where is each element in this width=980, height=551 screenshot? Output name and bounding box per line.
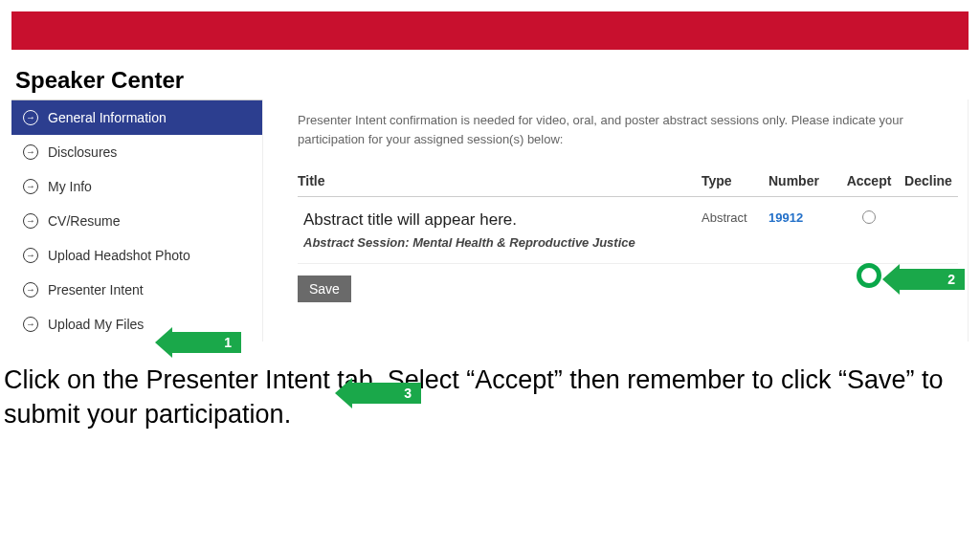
col-title: Title (298, 173, 702, 188)
sidebar-item-label: CV/Resume (48, 213, 120, 229)
page-title: Speaker Center (15, 67, 980, 94)
top-bar (11, 11, 969, 50)
cell-number: 19912 (768, 210, 839, 225)
sidebar-item-label: Disclosures (48, 144, 117, 160)
save-button[interactable]: Save (298, 276, 351, 302)
sidebar-item-label: My Info (48, 179, 92, 194)
sidebar-item-cv-resume[interactable]: → CV/Resume (11, 204, 262, 238)
arrow-right-icon: → (23, 213, 38, 229)
abstract-number-link[interactable]: 19912 (768, 210, 803, 225)
arrow-right-icon: → (23, 317, 38, 332)
cell-accept (839, 210, 899, 227)
sidebar-item-general-information[interactable]: → General Information (11, 100, 262, 135)
arrow-right-icon: → (23, 179, 38, 194)
callout-step-3: 3 (335, 378, 421, 408)
col-accept: Accept (839, 173, 899, 188)
content-panel: Presenter Intent confirmation is needed … (262, 99, 969, 342)
sidebar-item-label: Presenter Intent (48, 282, 144, 298)
table-header: Title Type Number Accept Decline (298, 173, 958, 197)
sidebar-item-my-info[interactable]: → My Info (11, 169, 262, 204)
accept-highlight-ring (857, 263, 881, 288)
arrow-left-icon (882, 264, 900, 295)
col-number: Number (768, 173, 839, 188)
sidebar-item-label: General Information (48, 110, 167, 125)
sidebar-item-label: Upload My Files (48, 317, 144, 332)
col-type: Type (702, 173, 768, 188)
table-row: Abstract title will appear here. Abstrac… (298, 197, 958, 264)
arrow-right-icon: → (23, 248, 38, 263)
callout-label: 3 (352, 383, 421, 404)
sidebar-item-presenter-intent[interactable]: → Presenter Intent (11, 273, 262, 307)
sidebar-item-disclosures[interactable]: → Disclosures (11, 135, 262, 169)
callout-label: 1 (172, 332, 241, 353)
arrow-right-icon: → (23, 110, 38, 125)
session-line: Abstract Session: Mental Health & Reprod… (303, 235, 702, 250)
arrow-right-icon: → (23, 282, 38, 298)
callout-step-2: 2 (882, 264, 965, 295)
cell-title: Abstract title will appear here. Abstrac… (298, 210, 702, 250)
main-wrap: → General Information → Disclosures → My… (11, 99, 969, 342)
accept-radio[interactable] (862, 210, 876, 224)
arrow-right-icon: → (23, 144, 38, 160)
callout-step-1: 1 (155, 327, 241, 358)
callout-label: 2 (900, 269, 965, 290)
instruction-text: Click on the Presenter Intent tab. Selec… (4, 363, 976, 432)
abstract-title: Abstract title will appear here. (303, 210, 702, 230)
sidebar: → General Information → Disclosures → My… (11, 99, 262, 342)
cell-type: Abstract (702, 210, 768, 225)
col-decline: Decline (899, 173, 958, 188)
intro-text: Presenter Intent confirmation is needed … (298, 111, 958, 148)
arrow-left-icon (335, 378, 352, 408)
arrow-left-icon (155, 327, 172, 358)
sidebar-item-upload-headshot[interactable]: → Upload Headshot Photo (11, 238, 262, 273)
sessions-table: Title Type Number Accept Decline Abstrac… (298, 173, 958, 264)
sidebar-item-label: Upload Headshot Photo (48, 248, 190, 263)
